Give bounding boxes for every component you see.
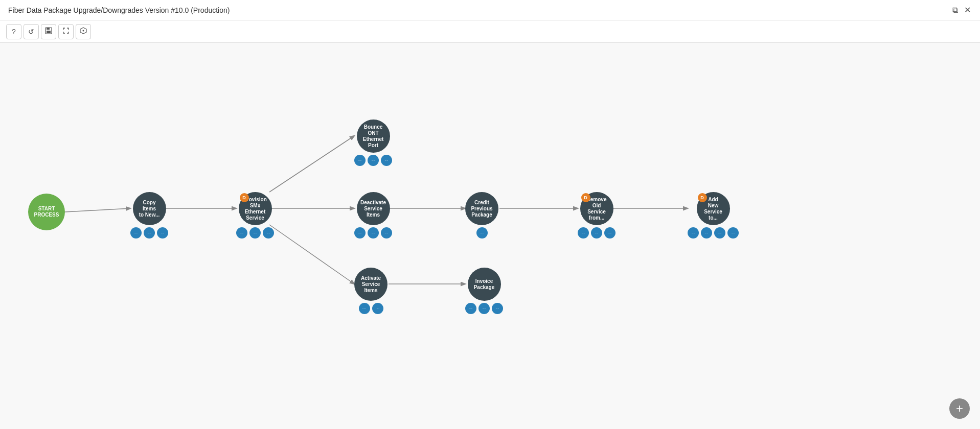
credit-subnodes: ····· [476,227,488,239]
add-subnodes: ····· ····· ····· ····· [688,227,739,239]
add-subnode-3: ····· [714,227,725,239]
add-badge: D [698,193,707,202]
node-label-copy: CopyItemsto New... [139,200,160,218]
save-button[interactable] [41,24,56,39]
node-deactivate-service[interactable]: DeactivateServiceItems ····· ····· ····· [354,192,392,239]
save-icon [45,27,52,36]
node-bounce-ont[interactable]: BounceONTEthernetPort ····· ····· ····· [354,120,392,166]
node-label-start: STARTPROCESS [34,206,59,218]
invoice-subnode-3: ····· [492,303,503,314]
node-label-activate: ActivateServiceItems [361,275,381,294]
fit-button[interactable] [58,24,74,39]
activate-subnode-2: ····· [372,303,383,314]
provision-subnode-2: ····· [249,227,261,239]
node-remove-old-service[interactable]: D RemoveOldServicefrom... ····· ····· ··… [578,192,616,239]
toolbar: ? ↺ [0,20,980,43]
node-provision-smx[interactable]: D ProvisionSMxEthernetService ····· ····… [236,192,274,239]
remove-badge: D [581,193,590,202]
restore-icon: ⧉ [952,6,958,14]
svg-line-8 [269,225,354,284]
node-copy-items[interactable]: CopyItemsto New... ····· ····· ····· [130,192,168,239]
subnode-1: ····· [130,227,142,239]
deactivate-subnode-1: ····· [354,227,366,239]
node-circle-invoice: InvoicePackage [468,268,501,301]
node-circle-copy: CopyItemsto New... [133,192,166,225]
node-activate-service[interactable]: ActivateServiceItems ····· ····· [354,268,388,314]
node-label-credit: CreditPreviousPackage [471,200,492,218]
node-circle-start: STARTPROCESS [28,194,65,230]
remove-subnode-2: ····· [591,227,602,239]
subnode-3: ····· [157,227,168,239]
node-add-new-service[interactable]: D AddNewServiceto... ····· ····· ····· ·… [688,192,739,239]
canvas[interactable]: STARTPROCESS CopyItemsto New... ····· ··… [0,43,980,429]
deactivate-subnode-2: ····· [368,227,379,239]
refresh-button[interactable]: ↺ [24,24,39,39]
svg-point-3 [83,30,84,32]
close-icon: ✕ [964,6,971,14]
svg-rect-2 [47,31,51,33]
node-circle-deactivate: DeactivateServiceItems [357,192,390,225]
provision-subnode-1: ····· [236,227,247,239]
node-circle-add: D AddNewServiceto... [697,192,730,225]
add-subnode-4: ····· [727,227,739,239]
remove-subnodes: ····· ····· ····· [578,227,616,239]
node-label-invoice: InvoicePackage [474,278,495,291]
node-invoice-package[interactable]: InvoicePackage ····· ····· ····· [465,268,503,314]
fit-icon [62,27,70,36]
node-circle-provision: D ProvisionSMxEthernetService [239,192,272,225]
invoice-subnodes: ····· ····· ····· [465,303,503,314]
invoice-subnode-2: ····· [478,303,490,314]
add-subnode-2: ····· [701,227,712,239]
bounce-subnodes: ····· ····· ····· [354,155,392,166]
provision-subnodes: ····· ····· ····· [236,227,274,239]
add-button[interactable]: + [949,398,970,419]
copy-subnodes: ····· ····· ····· [130,227,168,239]
node-start[interactable]: STARTPROCESS [28,194,65,230]
invoice-subnode-1: ····· [465,303,476,314]
node-label-bounce: BounceONTEthernetPort [363,124,384,149]
node-circle-credit: CreditPreviousPackage [465,192,498,225]
node-circle-activate: ActivateServiceItems [354,268,388,301]
svg-line-4 [65,208,130,212]
close-button[interactable]: ✕ [963,4,972,16]
node-credit-previous[interactable]: CreditPreviousPackage ····· [465,192,498,239]
node-label-add: AddNewServiceto... [704,197,722,221]
restore-button[interactable]: ⧉ [951,4,959,16]
remove-subnode-3: ····· [604,227,616,239]
svg-line-6 [269,136,354,192]
remove-subnode-1: ····· [578,227,589,239]
tag-icon [80,27,87,36]
help-icon: ? [12,28,16,36]
bounce-subnode-1: ····· [354,155,366,166]
provision-subnode-3: ····· [263,227,274,239]
refresh-icon: ↺ [28,28,34,36]
tag-button[interactable] [76,24,91,39]
bounce-subnode-2: ····· [368,155,379,166]
node-circle-bounce: BounceONTEthernetPort [357,120,390,153]
add-subnode-1: ····· [688,227,699,239]
deactivate-subnodes: ····· ····· ····· [354,227,392,239]
credit-subnode-1: ····· [476,227,488,239]
header: Fiber Data Package Upgrade/Downgrades Ve… [0,0,980,20]
node-circle-remove: D RemoveOldServicefrom... [580,192,613,225]
deactivate-subnode-3: ····· [381,227,392,239]
plus-icon: + [956,401,963,416]
svg-rect-1 [47,28,50,30]
activate-subnodes: ····· ····· [359,303,383,314]
activate-subnode-1: ····· [359,303,370,314]
help-button[interactable]: ? [6,24,21,39]
bounce-subnode-3: ····· [381,155,392,166]
subnode-2: ····· [144,227,155,239]
provision-badge: D [240,193,249,202]
header-actions: ⧉ ✕ [951,4,972,16]
node-label-deactivate: DeactivateServiceItems [360,200,386,218]
page-title: Fiber Data Package Upgrade/Downgrades Ve… [8,6,230,14]
